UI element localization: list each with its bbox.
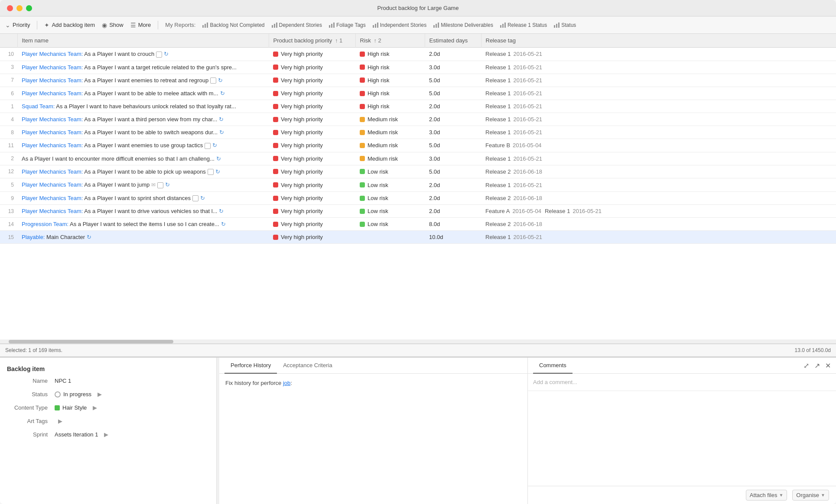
sprint-expand-arrow[interactable]: ▶ — [104, 431, 108, 438]
perforce-link[interactable]: job — [283, 380, 290, 386]
release-tag-item: Release 12016-05-21 — [485, 129, 542, 136]
more-button[interactable]: ☰ More — [130, 22, 151, 29]
table-row[interactable]: 13Player Mechanics Team: As a Player I w… — [0, 205, 836, 218]
horizontal-scrollbar[interactable] — [0, 339, 836, 344]
sprint-text: Assets Iteration 1 — [55, 431, 98, 438]
team-link[interactable]: Player Mechanics Team: — [22, 77, 83, 84]
expand-panel-icon[interactable]: ⤢ — [803, 362, 809, 370]
external-link-icon[interactable]: ↗ — [814, 362, 820, 370]
report-foliage-tags[interactable]: Foliage Tags — [329, 22, 366, 28]
release-tag-label: Release 1 — [545, 208, 570, 214]
team-link[interactable]: Progression Team: — [22, 221, 68, 227]
refresh-icon[interactable]: ↻ — [219, 208, 224, 214]
show-button[interactable]: ◉ Show — [102, 22, 124, 29]
table-row[interactable]: 7Player Mechanics Team: As a Player I wa… — [0, 74, 836, 87]
tab-acceptance-criteria[interactable]: Acceptance Criteria — [277, 358, 338, 374]
table-row[interactable]: 4Player Mechanics Team: As a Player I wa… — [0, 113, 836, 126]
priority-filter[interactable]: ⌄ Priority — [5, 22, 30, 29]
refresh-icon[interactable]: ↻ — [165, 181, 170, 188]
report-milestone-deliverables[interactable]: Milestone Deliverables — [433, 22, 493, 28]
content-type-expand-arrow[interactable]: ▶ — [93, 404, 97, 411]
tabs-panel: Perforce History Acceptance Criteria Fix… — [219, 358, 528, 504]
close-panel-icon[interactable]: ✕ — [825, 362, 831, 370]
team-link[interactable]: Player Mechanics Team: — [22, 181, 83, 188]
tab-perforce-history[interactable]: Perforce History — [224, 358, 277, 374]
checkbox-icon[interactable] — [205, 143, 211, 149]
team-link[interactable]: Player Mechanics Team: — [22, 195, 83, 201]
sprint-value: Assets Iteration 1 ▶ — [55, 431, 108, 438]
status-expand-arrow[interactable]: ▶ — [98, 391, 102, 397]
team-link[interactable]: Playable: — [22, 234, 45, 240]
row-days: 5.0d — [425, 74, 481, 87]
refresh-icon[interactable]: ↻ — [215, 168, 220, 175]
row-days: 3.0d — [425, 152, 481, 165]
table-row[interactable]: 8Player Mechanics Team: As a Player I wa… — [0, 126, 836, 139]
checkbox-icon[interactable] — [210, 78, 216, 84]
team-link[interactable]: Squad Team: — [22, 103, 55, 110]
scroll-thumb[interactable] — [9, 340, 173, 343]
team-link[interactable]: Player Mechanics Team: — [22, 64, 83, 71]
checkbox-icon[interactable] — [156, 52, 162, 58]
report-release-1-status[interactable]: Release 1 Status — [500, 22, 547, 28]
tab-comments[interactable]: Comments — [533, 358, 573, 374]
checkbox-icon[interactable] — [157, 182, 163, 188]
team-link[interactable]: Player Mechanics Team: — [22, 51, 83, 57]
priority-dot — [273, 65, 278, 70]
table-row[interactable]: 10Player Mechanics Team: As a Player I w… — [0, 48, 836, 61]
status-circle-icon — [55, 391, 61, 397]
table-row[interactable]: 15Playable: Main Character↻Very high pri… — [0, 231, 836, 244]
row-release-tags: Release 12016-05-21 — [481, 100, 836, 113]
add-comment-placeholder[interactable]: Add a comment... — [528, 374, 836, 391]
row-risk: High risk — [355, 48, 425, 61]
refresh-icon[interactable]: ↻ — [200, 195, 205, 201]
team-link[interactable]: Player Mechanics Team: — [22, 142, 83, 149]
refresh-icon[interactable]: ↻ — [218, 77, 223, 84]
release-tag-label: Release 2 — [485, 195, 511, 201]
refresh-icon[interactable]: ↻ — [212, 142, 217, 149]
row-risk: High risk — [355, 87, 425, 100]
refresh-icon[interactable]: ↻ — [221, 221, 226, 227]
table-row[interactable]: 1Squad Team: As a Player I want to have … — [0, 100, 836, 113]
add-backlog-button[interactable]: ✦ Add backlog item — [44, 22, 95, 29]
minimize-button[interactable] — [16, 5, 23, 11]
col-priority[interactable]: Product backlog priority ↑ 1 — [269, 34, 355, 48]
refresh-icon[interactable]: ↻ — [220, 90, 225, 97]
report-status[interactable]: Status — [554, 22, 576, 28]
more-label: More — [138, 22, 151, 28]
risk-dot — [360, 91, 365, 96]
art-tags-expand-arrow[interactable]: ▶ — [58, 418, 62, 424]
organise-button[interactable]: Organise ▼ — [792, 490, 829, 501]
refresh-icon[interactable]: ↻ — [164, 51, 169, 57]
table-row[interactable]: 6Player Mechanics Team: As a Player I wa… — [0, 87, 836, 100]
team-link[interactable]: Player Mechanics Team: — [22, 168, 83, 175]
table-row[interactable]: 2As a Player I want to encounter more di… — [0, 152, 836, 165]
team-link[interactable]: Player Mechanics Team: — [22, 116, 83, 123]
maximize-button[interactable] — [26, 5, 32, 11]
release-tag-item: Feature A2016-05-04 — [485, 208, 541, 214]
report-independent-stories[interactable]: Independent Stories — [373, 22, 426, 28]
table-container[interactable]: Item name Product backlog priority ↑ 1 R… — [0, 34, 836, 339]
attach-files-button[interactable]: Attach files ▼ — [746, 490, 787, 501]
report-dependent-stories[interactable]: Dependent Stories — [272, 22, 322, 28]
table-row[interactable]: 5Player Mechanics Team: As a Player I wa… — [0, 178, 836, 192]
team-link[interactable]: Player Mechanics Team: — [22, 90, 83, 97]
refresh-icon[interactable]: ↻ — [87, 234, 91, 240]
table-row[interactable]: 11Player Mechanics Team: As a Player I w… — [0, 139, 836, 152]
refresh-icon[interactable]: ↻ — [219, 116, 224, 123]
table-row[interactable]: 9Player Mechanics Team: As a Player I wa… — [0, 191, 836, 205]
close-button[interactable] — [7, 5, 13, 11]
risk-text: High risk — [368, 51, 390, 57]
team-link[interactable]: Player Mechanics Team: — [22, 129, 83, 136]
table-row[interactable]: 14Progression Team: As a Player I want t… — [0, 218, 836, 231]
priority-dot — [273, 196, 278, 201]
refresh-icon[interactable]: ↻ — [219, 129, 224, 136]
table-row[interactable]: 12Player Mechanics Team: As a Player I w… — [0, 165, 836, 178]
col-risk[interactable]: Risk ↑ 2 — [355, 34, 425, 48]
table-row[interactable]: 3Player Mechanics Team: As a Player I wa… — [0, 61, 836, 74]
checkbox-icon[interactable] — [208, 169, 214, 175]
refresh-icon[interactable]: ↻ — [216, 155, 221, 162]
checkbox-icon[interactable] — [192, 195, 198, 201]
team-link[interactable]: Player Mechanics Team: — [22, 208, 83, 214]
report-backlog-not-completed[interactable]: Backlog Not Completed — [202, 22, 264, 28]
name-value: NPC 1 — [55, 378, 71, 384]
